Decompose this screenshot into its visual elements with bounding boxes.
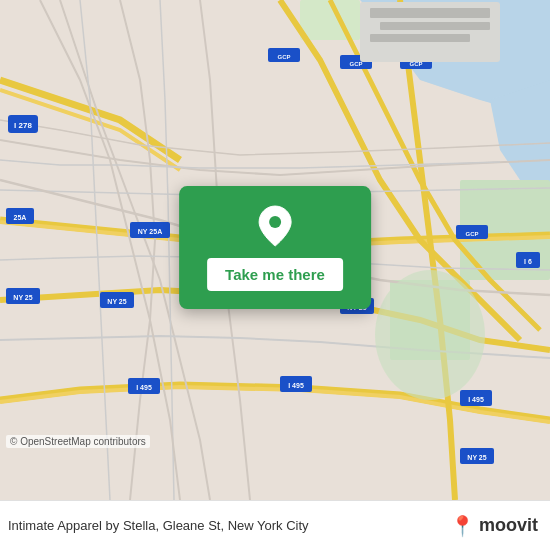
svg-point-41 bbox=[269, 216, 281, 228]
svg-text:GCP: GCP bbox=[349, 61, 362, 67]
svg-text:NY 25A: NY 25A bbox=[138, 228, 162, 235]
moovit-pin-icon: 📍 bbox=[450, 514, 475, 538]
svg-rect-38 bbox=[370, 8, 490, 18]
svg-text:NY 25: NY 25 bbox=[467, 454, 486, 461]
osm-attribution: © OpenStreetMap contributors bbox=[6, 435, 150, 448]
take-me-there-button[interactable]: Take me there bbox=[207, 258, 343, 291]
svg-text:I 6: I 6 bbox=[524, 258, 532, 265]
moovit-wordmark: moovit bbox=[479, 515, 538, 536]
svg-text:25A: 25A bbox=[14, 214, 27, 221]
svg-text:I 495: I 495 bbox=[136, 384, 152, 391]
location-label: Intimate Apparel by Stella, Gleane St, N… bbox=[8, 518, 450, 533]
svg-rect-3 bbox=[300, 0, 360, 40]
moovit-logo: 📍 moovit bbox=[450, 514, 538, 538]
svg-text:I 278: I 278 bbox=[14, 121, 32, 130]
svg-text:GCP: GCP bbox=[465, 231, 478, 237]
svg-rect-40 bbox=[370, 34, 470, 42]
svg-text:I 495: I 495 bbox=[288, 382, 304, 389]
svg-text:GCP: GCP bbox=[277, 54, 290, 60]
svg-rect-39 bbox=[380, 22, 490, 30]
svg-text:NY 25: NY 25 bbox=[107, 298, 126, 305]
location-pin-icon bbox=[253, 204, 297, 248]
svg-text:NY 25: NY 25 bbox=[13, 294, 32, 301]
svg-point-36 bbox=[375, 270, 485, 400]
svg-text:I 495: I 495 bbox=[468, 396, 484, 403]
bottom-bar: Intimate Apparel by Stella, Gleane St, N… bbox=[0, 500, 550, 550]
map-container: I 278 25A NY 25 NY 25A NY 25 NY 25 GCP G… bbox=[0, 0, 550, 500]
overlay-card: Take me there bbox=[179, 186, 371, 309]
